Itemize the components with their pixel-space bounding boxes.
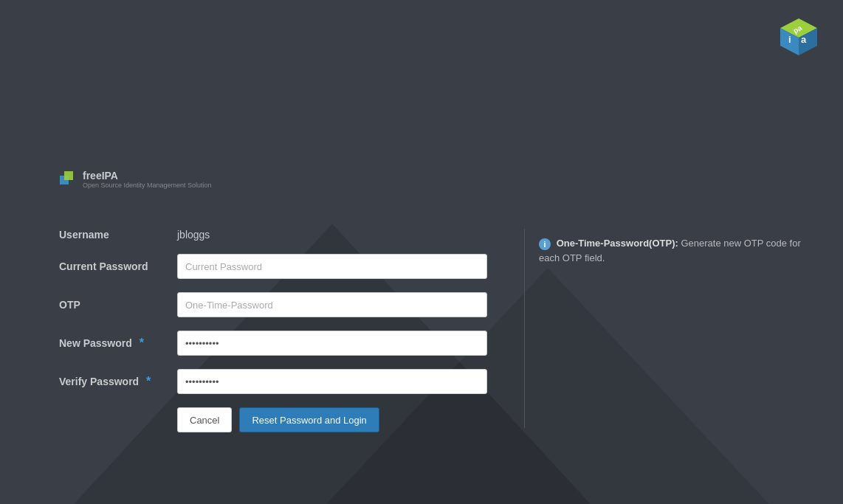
freeipa-logo: freeIPA Open Source Identity Management … [59,170,212,189]
otp-row: OTP [59,292,517,317]
reset-password-button[interactable]: Reset Password and Login [239,407,379,432]
username-label: Username [59,229,177,241]
current-password-label: Current Password [59,260,177,272]
username-row: Username jbloggs [59,229,517,241]
username-value: jbloggs [177,229,210,241]
freeipa-logo-icon [59,170,77,188]
svg-text:a: a [801,34,807,45]
freeipa-name: freeIPA [83,170,212,182]
freeipa-subtitle: Open Source Identity Management Solution [83,182,212,189]
current-password-row: Current Password [59,254,517,279]
new-password-input[interactable] [177,331,487,356]
otp-info-panel: i One-Time-Password(OTP): Generate new O… [539,236,805,265]
verify-password-label: Verify Password * [59,375,177,388]
new-password-required-star: * [140,336,144,349]
verify-password-input[interactable] [177,369,487,394]
form-buttons: Cancel Reset Password and Login [59,407,517,432]
cancel-button[interactable]: Cancel [177,407,232,432]
otp-input[interactable] [177,292,487,317]
verify-password-row: Verify Password * [59,369,517,394]
new-password-row: New Password * [59,331,517,356]
new-password-label: New Password * [59,336,177,350]
cube-logo: i a pa [777,15,821,59]
password-reset-form: Username jbloggs Current Password OTP Ne… [59,229,517,432]
otp-info-label: One-Time-Password(OTP): [557,238,678,249]
current-password-input[interactable] [177,254,487,279]
otp-label: OTP [59,299,177,311]
verify-password-required-star: * [146,375,151,387]
svg-rect-7 [64,171,73,180]
info-icon: i [539,238,551,250]
vertical-divider [524,229,525,428]
svg-text:i: i [788,34,791,45]
